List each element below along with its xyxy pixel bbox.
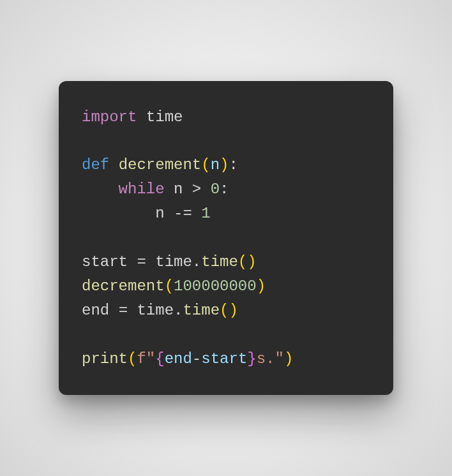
function-call: time	[201, 253, 238, 271]
indent	[82, 205, 155, 222]
variable: end	[165, 350, 192, 368]
keyword-while: while	[119, 181, 165, 198]
number-literal: 0	[211, 181, 220, 198]
operator: -	[192, 350, 201, 368]
colon: :	[220, 181, 229, 198]
parameter: n	[211, 156, 220, 174]
colon: :	[229, 156, 237, 174]
brace-close: }	[247, 350, 256, 368]
code-block: import time def decrement(n): while n > …	[59, 81, 393, 396]
module-name: time	[146, 108, 183, 126]
variable: n	[174, 181, 183, 198]
operator: =	[137, 253, 146, 271]
code-content: import time def decrement(n): while n > …	[82, 105, 370, 371]
number-literal: 1	[201, 205, 210, 222]
operator: =	[119, 302, 128, 319]
function-name: decrement	[119, 156, 202, 174]
paren-open: (	[128, 350, 137, 368]
paren-close: )	[220, 156, 229, 174]
keyword-import: import	[82, 108, 137, 126]
dot: .	[192, 253, 201, 271]
paren-close: )	[257, 278, 266, 295]
variable: start	[201, 350, 247, 368]
number-literal: 100000000	[174, 278, 257, 295]
variable: end	[82, 302, 109, 319]
dot: .	[174, 302, 183, 319]
function-call: time	[183, 302, 220, 319]
variable: start	[82, 253, 128, 271]
paren-open: (	[201, 156, 210, 174]
keyword-def: def	[82, 156, 109, 174]
operator: >	[192, 181, 201, 198]
module-ref: time	[155, 253, 192, 271]
variable: n	[155, 205, 164, 222]
fstring-prefix: f"	[137, 350, 155, 368]
function-call: print	[82, 350, 128, 368]
paren-close: )	[229, 302, 237, 319]
paren-open: (	[238, 253, 247, 271]
paren-open: (	[220, 302, 229, 319]
operator: -=	[174, 205, 192, 222]
indent	[82, 181, 119, 198]
paren-close: )	[284, 350, 293, 368]
paren-open: (	[165, 278, 174, 295]
module-ref: time	[137, 302, 174, 319]
brace-open: {	[155, 350, 164, 368]
function-call: decrement	[82, 278, 165, 295]
string-literal: s."	[257, 350, 284, 368]
paren-close: )	[247, 253, 256, 271]
